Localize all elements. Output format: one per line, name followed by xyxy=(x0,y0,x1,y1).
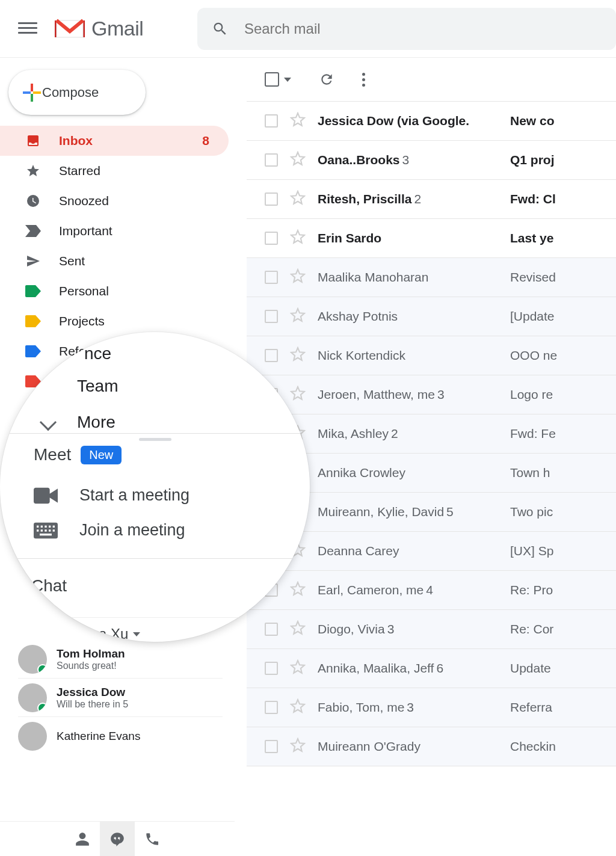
email-row[interactable]: Jessica Dow (via Google.New co xyxy=(247,102,616,141)
compose-label: Compose xyxy=(42,85,99,100)
star-icon[interactable] xyxy=(290,268,318,287)
bottom-bar xyxy=(0,821,235,856)
sidebar-item-label: Inbox xyxy=(59,134,93,148)
compose-button[interactable]: Compose xyxy=(8,70,146,115)
start-meeting-button[interactable]: Start a meeting xyxy=(34,486,189,505)
sidebar-item-important[interactable]: Important xyxy=(0,216,229,246)
svg-rect-7 xyxy=(37,525,38,527)
new-badge: New xyxy=(81,446,122,464)
refresh-icon[interactable] xyxy=(319,72,334,87)
menu-icon[interactable] xyxy=(18,19,37,38)
email-row[interactable]: Annika, Maalika, Jeff6Update xyxy=(247,649,616,688)
star-icon xyxy=(25,163,41,179)
email-sender: Erin Sardo xyxy=(318,231,510,245)
email-row[interactable]: Maalika ManoharanRevised xyxy=(247,258,616,297)
avatar xyxy=(18,722,47,751)
email-sender: Mika, Ashley2 xyxy=(318,426,510,441)
sidebar-item-team[interactable]: Team xyxy=(77,377,118,396)
star-icon[interactable] xyxy=(290,229,318,248)
email-row[interactable]: Deanna Carey[UX] Sp xyxy=(247,532,616,571)
email-subject: Last ye xyxy=(510,231,616,245)
row-checkbox[interactable] xyxy=(265,271,278,284)
chat-row[interactable]: Tom Holman Sounds great! xyxy=(18,640,223,679)
star-icon[interactable] xyxy=(290,698,318,717)
sidebar-item-projects[interactable]: Projects xyxy=(0,306,229,336)
email-row[interactable]: Jeroen, Matthew, me3Logo re xyxy=(247,375,616,414)
row-checkbox[interactable] xyxy=(265,153,278,167)
sidebar-item-inbox[interactable]: Inbox 8 xyxy=(0,126,229,156)
star-icon[interactable] xyxy=(290,346,318,365)
star-icon[interactable] xyxy=(290,620,318,639)
row-checkbox[interactable] xyxy=(265,740,278,753)
keyboard-icon xyxy=(34,522,58,539)
row-checkbox[interactable] xyxy=(265,192,278,206)
svg-rect-9 xyxy=(45,525,46,527)
row-checkbox[interactable] xyxy=(265,701,278,714)
email-sender: Earl, Cameron, me4 xyxy=(318,583,510,597)
star-icon[interactable] xyxy=(290,307,318,326)
star-icon[interactable] xyxy=(290,151,318,170)
email-row[interactable]: Ritesh, Priscilla2Fwd: Cl xyxy=(247,180,616,219)
compose-plus-icon xyxy=(22,82,42,103)
search-bar[interactable] xyxy=(197,8,616,50)
email-row[interactable]: Earl, Cameron, me4Re: Pro xyxy=(247,571,616,610)
send-icon xyxy=(25,253,41,269)
person-icon[interactable] xyxy=(65,822,100,857)
chevron-down-icon xyxy=(40,414,57,431)
svg-rect-14 xyxy=(45,529,46,531)
sidebar-item-personal[interactable]: Personal xyxy=(0,276,229,306)
more-icon[interactable] xyxy=(362,73,365,87)
sidebar-item-snoozed[interactable]: Snoozed xyxy=(0,186,229,216)
email-row[interactable]: Oana..Brooks3Q1 proj xyxy=(247,141,616,180)
star-icon[interactable] xyxy=(290,386,318,404)
svg-rect-1 xyxy=(31,84,33,91)
row-checkbox[interactable] xyxy=(265,662,278,675)
sidebar-item-sent[interactable]: Sent xyxy=(0,246,229,276)
email-row[interactable]: Diogo, Vivia3Re: Cor xyxy=(247,610,616,649)
email-sender: Deanna Carey xyxy=(318,544,510,558)
email-list: Jessica Dow (via Google.New coOana..Broo… xyxy=(247,101,616,766)
hangouts-icon[interactable] xyxy=(100,822,135,857)
star-icon[interactable] xyxy=(290,112,318,131)
chat-preview: Sounds great! xyxy=(57,660,125,671)
chat-row[interactable]: Katherine Evans xyxy=(18,717,223,756)
row-checkbox[interactable] xyxy=(265,623,278,636)
sidebar-item-label: Sent xyxy=(59,254,85,268)
drag-handle[interactable] xyxy=(139,438,171,441)
email-sender: Jessica Dow (via Google. xyxy=(318,114,510,128)
select-dropdown-caret[interactable] xyxy=(284,78,291,82)
select-all-checkbox[interactable] xyxy=(265,72,279,87)
sidebar-item-starred[interactable]: Starred xyxy=(0,156,229,186)
caret-down-icon xyxy=(133,632,140,636)
sidebar-item-label: Snoozed xyxy=(59,194,109,208)
join-meeting-button[interactable]: Join a meeting xyxy=(34,521,185,540)
email-sender: Muireann O'Grady xyxy=(318,739,510,754)
svg-rect-17 xyxy=(40,534,52,535)
star-icon[interactable] xyxy=(290,190,318,209)
email-row[interactable]: Fabio, Tom, me3Referra xyxy=(247,688,616,727)
svg-rect-13 xyxy=(41,529,43,531)
gmail-logo[interactable]: Gmail xyxy=(54,17,143,41)
email-row[interactable]: Nick KortendickOOO ne xyxy=(247,336,616,375)
phone-icon[interactable] xyxy=(135,822,170,857)
row-checkbox[interactable] xyxy=(265,310,278,323)
star-icon[interactable] xyxy=(290,659,318,678)
email-row[interactable]: Erin SardoLast ye xyxy=(247,219,616,258)
email-row[interactable]: Muireann O'GradyCheckin xyxy=(247,727,616,766)
star-icon[interactable] xyxy=(290,581,318,600)
app-name: Gmail xyxy=(91,17,143,40)
partial-text: nce xyxy=(84,344,111,363)
chat-row[interactable]: Jessica Dow Will be there in 5 xyxy=(18,679,223,717)
sidebar-item-more[interactable]: More xyxy=(77,413,116,432)
inbox-count: 8 xyxy=(202,134,209,148)
email-row[interactable]: Akshay Potnis[Update xyxy=(247,297,616,336)
star-icon[interactable] xyxy=(290,737,318,756)
row-checkbox[interactable] xyxy=(265,349,278,362)
row-checkbox[interactable] xyxy=(265,114,278,128)
email-toolbar xyxy=(247,58,616,101)
row-checkbox[interactable] xyxy=(265,232,278,245)
email-sender: Jeroen, Matthew, me3 xyxy=(318,387,510,402)
divider xyxy=(0,558,310,559)
search-input[interactable] xyxy=(243,20,602,38)
email-sender: Annika, Maalika, Jeff6 xyxy=(318,661,510,676)
